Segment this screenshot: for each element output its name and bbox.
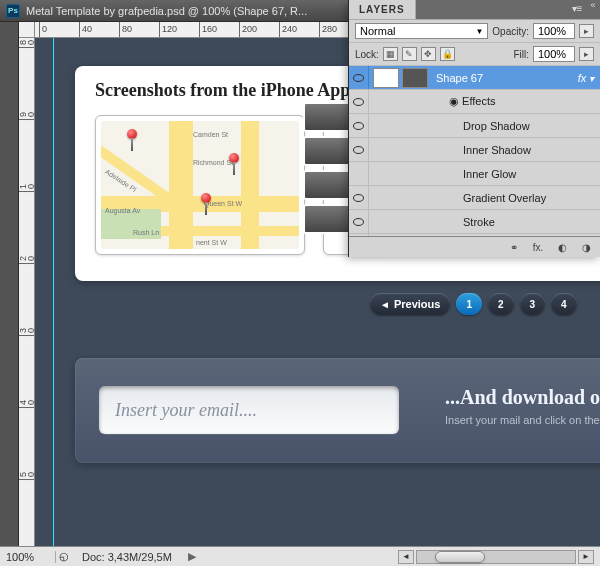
status-more-button[interactable]: ▶	[182, 550, 202, 563]
map-pin-icon	[127, 129, 137, 139]
download-subtext: Insert your mail and click on the green	[445, 414, 600, 426]
download-heading: ...And download our	[445, 386, 600, 409]
doc-size: Doc: 3,43M/29,5M	[72, 551, 182, 563]
horizontal-scrollbar[interactable]	[416, 550, 576, 564]
map-image: Camden St Richmond St Adelaide Pl August…	[101, 121, 299, 249]
page-1-button[interactable]: 1	[456, 293, 482, 315]
scroll-right-button[interactable]: ►	[578, 550, 594, 564]
pagination: ◄Previous 1 2 3 4	[370, 293, 577, 315]
panel-collapse-button[interactable]: «	[586, 0, 600, 20]
visibility-toggle[interactable]	[349, 210, 369, 233]
opacity-input[interactable]: 100%	[533, 23, 575, 39]
panel-menu-button[interactable]: ▾≡	[568, 0, 586, 20]
ruler-vertical[interactable]: 80901020304050	[19, 38, 35, 546]
guide-line[interactable]	[53, 38, 54, 546]
layer-effect-row[interactable]: Inner Shadow	[349, 138, 600, 162]
visibility-toggle[interactable]	[349, 90, 369, 113]
layer-row-selected[interactable]: Shape 67 fx ▾	[349, 66, 600, 90]
layer-effect-row[interactable]: Stroke	[349, 210, 600, 234]
status-menu-icon[interactable]: ◵	[56, 550, 72, 563]
page-4-button[interactable]: 4	[551, 293, 577, 315]
visibility-toggle[interactable]	[349, 138, 369, 161]
chevron-left-icon: ◄	[380, 299, 390, 310]
visibility-toggle[interactable]	[349, 66, 369, 89]
opacity-label: Opacity:	[492, 26, 529, 37]
layer-list: Shape 67 fx ▾ ◉ Effects Drop ShadowInner…	[349, 66, 600, 236]
zoom-level[interactable]: 100%	[0, 551, 56, 563]
visibility-toggle[interactable]	[349, 162, 369, 185]
page-3-button[interactable]: 3	[520, 293, 546, 315]
left-toolbar	[0, 22, 19, 546]
link-layers-button[interactable]: ⚭	[506, 240, 522, 254]
adjustment-layer-button[interactable]: ◑	[578, 240, 594, 254]
lock-transparent-icon[interactable]: ▦	[383, 47, 398, 61]
fill-label: Fill:	[513, 49, 529, 60]
status-bar: 100% ◵ Doc: 3,43M/29,5M ▶ ◄ ►	[0, 546, 600, 566]
photoshop-icon: Ps	[6, 4, 20, 18]
text-layer-icon: T	[373, 236, 399, 237]
layer-effect-row[interactable]: Inner Glow	[349, 162, 600, 186]
window-title: Metal Template by grafpedia.psd @ 100% (…	[26, 5, 307, 17]
lock-label: Lock:	[355, 49, 379, 60]
screenshot-thumb: Camden St Richmond St Adelaide Pl August…	[95, 115, 305, 255]
layer-mask-thumb	[402, 68, 428, 88]
fill-slider-button[interactable]: ▸	[579, 47, 594, 61]
blend-mode-select[interactable]: Normal▼	[355, 23, 488, 39]
chevron-down-icon: ▼	[475, 27, 483, 36]
layer-name[interactable]: Shape 67	[432, 72, 578, 84]
fill-input[interactable]: 100%	[533, 46, 575, 62]
scroll-left-button[interactable]: ◄	[398, 550, 414, 564]
layer-mask-button[interactable]: ◐	[554, 240, 570, 254]
lock-all-icon[interactable]: 🔒	[440, 47, 455, 61]
visibility-toggle[interactable]	[349, 186, 369, 209]
scrollbar-thumb[interactable]	[435, 551, 485, 563]
email-input[interactable]: Insert your email....	[99, 386, 399, 434]
layers-tab[interactable]: LAYERS	[349, 0, 416, 20]
layer-effect-row[interactable]: Drop Shadow	[349, 114, 600, 138]
lock-move-icon[interactable]: ✥	[421, 47, 436, 61]
layer-effect-row[interactable]: Gradient Overlay	[349, 186, 600, 210]
map-pin-icon	[201, 193, 211, 203]
layer-thumb	[373, 68, 399, 88]
opacity-slider-button[interactable]: ▸	[579, 24, 594, 38]
fx-badge[interactable]: fx ▾	[578, 72, 600, 84]
visibility-toggle[interactable]	[349, 234, 369, 236]
layer-fx-button[interactable]: fx.	[530, 240, 546, 254]
lock-paint-icon[interactable]: ✎	[402, 47, 417, 61]
layers-panel: LAYERS ▾≡ « Normal▼ Opacity: 100% ▸ Lock…	[348, 0, 600, 257]
subscribe-band: Insert your email.... ...And download ou…	[75, 358, 600, 463]
map-pin-icon	[229, 153, 239, 163]
layer-panel-footer: ⚭ fx. ◐ ◑	[349, 236, 600, 257]
visibility-toggle[interactable]	[349, 114, 369, 137]
layer-effects-row[interactable]: ◉ Effects	[349, 90, 600, 114]
page-2-button[interactable]: 2	[488, 293, 514, 315]
previous-button[interactable]: ◄Previous	[370, 293, 450, 315]
ruler-origin[interactable]	[19, 22, 35, 38]
